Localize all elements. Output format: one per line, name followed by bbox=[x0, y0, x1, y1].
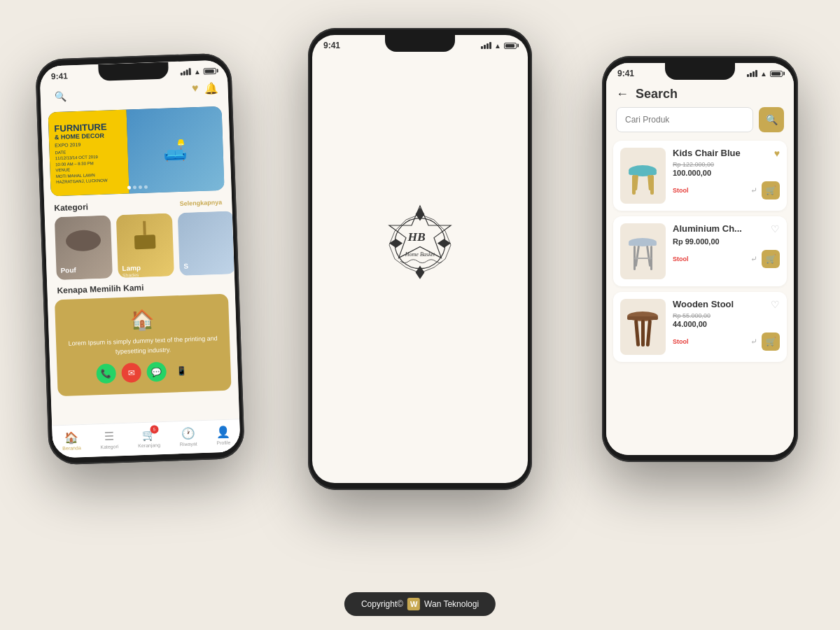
phone-contact-btn[interactable]: 📞 bbox=[96, 363, 116, 384]
banner-left: FURNITURE & HOME DECOR EXPO 2019 DATE 11… bbox=[48, 110, 130, 197]
cart-btn-3[interactable]: 🛒 bbox=[762, 332, 780, 351]
phone-right: 9:41 ▲ ← Search bbox=[602, 56, 798, 462]
phone-center-screen: 9:41 ▲ bbox=[312, 35, 528, 483]
nav-profile-label: Profile bbox=[216, 440, 230, 446]
product-name-aluminium: Aluminium Ch... bbox=[673, 223, 742, 234]
share-icon-1[interactable]: ⤶ bbox=[750, 186, 757, 195]
home-icon: 🏠 bbox=[64, 430, 79, 444]
copyright-text: Copyright© bbox=[361, 599, 403, 609]
banner-right: 🛋️ bbox=[126, 106, 225, 194]
banner-expo: EXPO 2019 bbox=[55, 141, 122, 148]
price-sale-aluminium: Rp 99.000,00 bbox=[673, 237, 780, 246]
product-aluminium-ch[interactable]: Aluminium Ch... ♡ Rp 99.000,00 Stool ⤶ 🛒 bbox=[613, 216, 787, 286]
product-actions-3: ⤶ 🛒 bbox=[750, 332, 780, 351]
phone-center: 9:41 ▲ bbox=[308, 28, 532, 490]
category-lamp-label: Lamp bbox=[122, 264, 141, 272]
nav-keranjang[interactable]: 🛒 5 Keranjang bbox=[137, 428, 160, 448]
pouf-shape bbox=[66, 230, 102, 252]
wooden-stool-svg bbox=[624, 302, 662, 351]
price-sale-kids-chair: 100.000,00 bbox=[673, 169, 780, 177]
status-icons-right: ▲ bbox=[747, 70, 783, 78]
status-icons-center: ▲ bbox=[481, 42, 517, 50]
nav-beranda-label: Beranda bbox=[62, 445, 81, 451]
signal-left bbox=[181, 68, 191, 76]
product-actions-2: ⤶ 🛒 bbox=[750, 250, 780, 268]
svg-marker-3 bbox=[416, 207, 425, 220]
wifi-center: ▲ bbox=[494, 42, 501, 50]
svg-rect-16 bbox=[629, 242, 657, 246]
product-img-wooden bbox=[620, 299, 666, 355]
category-kids-chair: Stool bbox=[673, 187, 689, 194]
category-pouf-label: Pouf bbox=[60, 266, 76, 274]
aluminium-chair-svg bbox=[624, 227, 662, 276]
category-aluminium: Stool bbox=[673, 255, 689, 262]
battery-left bbox=[204, 68, 216, 75]
search-input[interactable] bbox=[616, 107, 753, 132]
cart-btn-2[interactable]: 🛒 bbox=[762, 250, 780, 268]
svg-text:Home Basket: Home Basket bbox=[405, 251, 435, 258]
search-button[interactable]: 🔍 bbox=[759, 107, 784, 132]
heart-icon-left[interactable]: ♥ bbox=[192, 82, 199, 102]
product-footer-wooden: Stool ⤶ 🛒 bbox=[673, 332, 780, 351]
search-bar: 🔍 bbox=[616, 107, 784, 132]
share-icon-2[interactable]: ⤶ bbox=[750, 254, 757, 264]
product-info-kids-chair: Kids Chair Blue ♥ Rp 122.000,00 100.000,… bbox=[673, 148, 780, 200]
signal-right bbox=[747, 70, 757, 77]
product-wooden-stool[interactable]: Wooden Stool ♡ Rp 55.000,00 44.000,00 St… bbox=[613, 292, 787, 362]
product-footer-kids-chair: Stool ⤶ 🛒 bbox=[673, 181, 780, 200]
company-name: Wan Teknologi bbox=[424, 599, 479, 609]
nav-riwayat[interactable]: 🕐 Riwayat bbox=[179, 426, 197, 447]
product-info-wooden: Wooden Stool ♡ Rp 55.000,00 44.000,00 St… bbox=[673, 299, 780, 351]
copyright-bar: Copyright© W Wan Teknologi bbox=[344, 592, 496, 616]
svg-rect-23 bbox=[627, 316, 658, 320]
profile-icon: 👤 bbox=[216, 426, 230, 440]
product-footer-aluminium: Stool ⤶ 🛒 bbox=[673, 250, 780, 268]
categories-row: Pouf Lamp Shades S bbox=[45, 211, 234, 280]
other-contact-btn[interactable]: 📱 bbox=[172, 361, 192, 382]
back-arrow[interactable]: ← bbox=[616, 87, 629, 102]
category-wooden: Stool bbox=[673, 338, 689, 345]
product-img-kids-chair bbox=[620, 148, 666, 204]
price-sale-wooden: 44.000,00 bbox=[673, 320, 780, 328]
price-original-kids-chair: Rp 122.000,00 bbox=[673, 161, 780, 168]
price-original-wooden: Rp 55.000,00 bbox=[673, 312, 780, 319]
svg-rect-26 bbox=[641, 320, 645, 346]
banner-title: FURNITURE & HOME DECOR bbox=[54, 120, 121, 141]
heart-kids-chair[interactable]: ♥ bbox=[774, 148, 780, 159]
notif-icon-left[interactable]: 🔔 bbox=[204, 81, 218, 102]
right-screen-content: 9:41 ▲ ← Search bbox=[606, 63, 794, 455]
product-kids-chair[interactable]: Kids Chair Blue ♥ Rp 122.000,00 100.000,… bbox=[613, 141, 787, 211]
contact-icons: 📞 ✉ 💬 📱 bbox=[96, 361, 192, 384]
heart-aluminium[interactable]: ♡ bbox=[771, 223, 780, 234]
svg-rect-21 bbox=[634, 258, 652, 259]
nav-kategori[interactable]: ☰ Kategori bbox=[100, 429, 119, 449]
wa-contact-btn[interactable]: 💬 bbox=[146, 362, 167, 382]
kategori-title: Kategori bbox=[54, 202, 88, 214]
share-icon-3[interactable]: ⤶ bbox=[750, 337, 757, 346]
history-icon: 🕐 bbox=[181, 426, 195, 440]
product-title-row-1: Kids Chair Blue ♥ bbox=[673, 148, 780, 161]
category-lamp[interactable]: Lamp Shades bbox=[116, 213, 174, 278]
category-s[interactable]: S bbox=[178, 211, 234, 276]
svg-rect-24 bbox=[634, 320, 640, 346]
nav-profile[interactable]: 👤 Profile bbox=[216, 426, 230, 446]
category-pouf[interactable]: Pouf bbox=[55, 215, 113, 280]
time-center: 9:41 bbox=[323, 41, 340, 50]
product-img-aluminium bbox=[620, 223, 666, 279]
notch-center bbox=[385, 35, 455, 52]
phone-right-screen: 9:41 ▲ ← Search bbox=[606, 63, 794, 455]
selengkapnya-link[interactable]: Selengkapnya bbox=[180, 199, 223, 207]
search-icon-left[interactable]: 🔍 bbox=[50, 86, 70, 106]
nav-keranjang-label: Keranjang bbox=[138, 442, 160, 448]
nav-kategori-label: Kategori bbox=[100, 444, 118, 449]
left-screen-content: 9:41 ▲ 🔍 ♥ bbox=[39, 59, 240, 458]
heart-wooden[interactable]: ♡ bbox=[771, 299, 780, 310]
cart-icon-wrap: 🛒 5 bbox=[141, 428, 156, 442]
mail-contact-btn[interactable]: ✉ bbox=[121, 363, 141, 383]
lamp-shape bbox=[137, 220, 152, 249]
nav-beranda[interactable]: 🏠 Beranda bbox=[62, 430, 80, 451]
search-header: ← Search bbox=[606, 81, 794, 107]
product-name-kids-chair: Kids Chair Blue bbox=[673, 148, 741, 158]
bottom-nav: 🏠 Beranda ☰ Kategori 🛒 5 Keranjang 🕐 bbox=[52, 419, 240, 458]
cart-btn-1[interactable]: 🛒 bbox=[762, 181, 780, 200]
